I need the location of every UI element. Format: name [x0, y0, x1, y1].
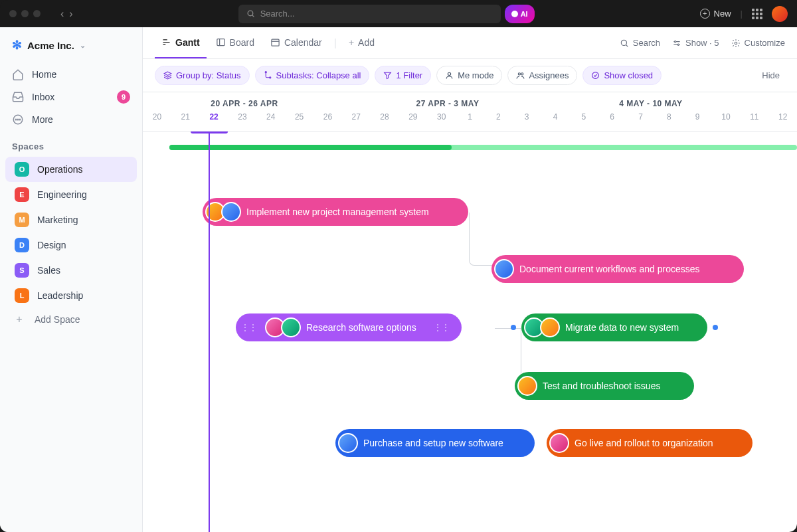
tab-calendar[interactable]: Calendar	[264, 28, 329, 58]
task-bar[interactable]: Purchase and setup new software	[335, 429, 535, 457]
view-tabs: Gantt Board Calendar | + Add Search	[143, 27, 797, 59]
space-label: Leadership	[37, 290, 83, 301]
svg-rect-8	[217, 39, 224, 46]
chip-assignees[interactable]: Assignees	[507, 66, 577, 85]
ai-button[interactable]: AI	[505, 5, 535, 23]
chip-subtasks[interactable]: Subtasks: Collapse all	[255, 66, 370, 85]
assignee-avatar[interactable]	[540, 317, 560, 337]
add-space-button[interactable]: + Add Space	[0, 308, 142, 331]
resize-handle[interactable]	[713, 325, 718, 330]
nav-home[interactable]: Home	[0, 63, 142, 86]
day-cell[interactable]: 24	[256, 112, 285, 131]
plus-icon: +	[349, 37, 354, 48]
drag-handle-icon[interactable]: ⋮⋮	[238, 323, 260, 332]
assignee-avatar[interactable]	[338, 433, 358, 453]
space-item-operations[interactable]: OOperations	[5, 157, 137, 182]
gantt-chart[interactable]: TODAY Implement new project management s…	[143, 132, 797, 532]
day-cell[interactable]: 25	[285, 112, 313, 131]
tab-gantt[interactable]: Gantt	[155, 28, 207, 58]
day-cell[interactable]: 2	[484, 112, 513, 131]
week-label: 4 MAY - 10 MAY	[549, 99, 753, 108]
space-item-leadership[interactable]: LLeadership	[5, 283, 137, 308]
tab-add-view[interactable]: + Add	[342, 28, 381, 58]
nav-back-icon[interactable]: ‹	[60, 8, 64, 20]
day-cell[interactable]: 29	[398, 112, 427, 131]
assignee-avatar[interactable]	[221, 202, 241, 222]
more-icon	[12, 114, 24, 126]
topbar: ‹ › Search... AI + New |	[0, 0, 797, 27]
tab-board[interactable]: Board	[209, 28, 261, 58]
assignee-avatar[interactable]	[517, 376, 537, 396]
day-cell[interactable]: 4	[541, 112, 570, 131]
chip-filter[interactable]: 1 Filter	[375, 66, 431, 85]
space-item-engineering[interactable]: EEngineering	[5, 182, 137, 207]
task-bar[interactable]: Test and troubleshoot issues	[515, 372, 694, 400]
search-button[interactable]: Search	[620, 38, 660, 48]
task-bar[interactable]: Migrate data to new system	[521, 313, 707, 341]
assignee-avatar[interactable]	[549, 433, 569, 453]
day-cell[interactable]: 27	[342, 112, 371, 131]
check-icon	[591, 71, 600, 80]
space-item-design[interactable]: DDesign	[5, 232, 137, 258]
board-icon	[216, 37, 226, 47]
day-cell[interactable]: 1	[456, 112, 484, 131]
day-cell[interactable]: 22	[200, 112, 228, 131]
nav-more[interactable]: More	[0, 108, 142, 131]
apps-icon[interactable]	[752, 9, 762, 19]
day-cell[interactable]: 28	[371, 112, 399, 131]
chip-group-by[interactable]: Group by: Status	[155, 66, 250, 85]
hide-button[interactable]: Hide	[762, 70, 780, 80]
inbox-badge: 9	[117, 90, 130, 104]
day-cell[interactable]: 8	[655, 112, 683, 131]
task-bar[interactable]: Implement new project management system	[203, 198, 468, 226]
nav-forward-icon[interactable]: ›	[69, 8, 72, 20]
task-label: Purchase and setup new software	[363, 438, 503, 448]
task-bar[interactable]: ⋮⋮Research software options⋮⋮	[236, 313, 462, 341]
day-cell[interactable]: 21	[171, 112, 200, 131]
assignee-avatar[interactable]	[281, 317, 301, 337]
space-badge: O	[15, 162, 29, 177]
plus-icon: +	[700, 9, 710, 19]
svg-point-23	[592, 72, 599, 79]
day-cell[interactable]: 12	[768, 112, 797, 131]
inbox-icon	[12, 91, 24, 103]
resize-handle[interactable]	[511, 325, 516, 330]
day-cell[interactable]: 20	[143, 112, 171, 131]
task-bar[interactable]: Document current workflows and processes	[491, 255, 744, 283]
day-cell[interactable]: 9	[683, 112, 712, 131]
day-cell[interactable]: 3	[513, 112, 541, 131]
workspace-switcher[interactable]: ✻ Acme Inc. ⌄	[0, 38, 142, 63]
customize-button[interactable]: Customize	[731, 38, 785, 48]
user-avatar[interactable]	[772, 6, 788, 22]
space-item-marketing[interactable]: MMarketing	[5, 207, 137, 232]
day-cell[interactable]: 7	[626, 112, 655, 131]
gantt-icon	[161, 37, 171, 47]
nav-inbox[interactable]: Inbox 9	[0, 86, 142, 108]
day-cell[interactable]: 6	[598, 112, 626, 131]
chevron-down-icon: ⌄	[80, 41, 86, 50]
calendar-icon	[270, 37, 280, 47]
drag-handle-icon[interactable]: ⋮⋮	[431, 323, 452, 332]
chip-show-closed[interactable]: Show closed	[582, 66, 662, 85]
day-cell[interactable]: 10	[712, 112, 741, 131]
day-cell[interactable]: 11	[740, 112, 768, 131]
layers-icon	[163, 71, 172, 80]
filter-bar: Group by: Status Subtasks: Collapse all …	[143, 59, 797, 92]
assignee-avatar[interactable]	[494, 259, 514, 279]
day-cell[interactable]: 30	[427, 112, 456, 131]
window-controls[interactable]	[9, 10, 41, 17]
day-cell[interactable]: 23	[228, 112, 256, 131]
task-label: Migrate data to new system	[565, 322, 679, 333]
search-input[interactable]: Search...	[238, 5, 501, 23]
space-badge: M	[15, 213, 29, 227]
svg-point-2	[15, 119, 17, 120]
connector-line	[495, 328, 521, 381]
day-cell[interactable]: 26	[313, 112, 342, 131]
new-button[interactable]: + New	[700, 9, 731, 19]
show-button[interactable]: Show · 5	[672, 38, 719, 48]
svg-point-21	[519, 73, 521, 75]
space-item-sales[interactable]: SSales	[5, 258, 137, 283]
day-cell[interactable]: 5	[569, 112, 598, 131]
task-bar[interactable]: Go live and rollout to organization	[547, 429, 753, 457]
chip-me-mode[interactable]: Me mode	[436, 66, 502, 85]
